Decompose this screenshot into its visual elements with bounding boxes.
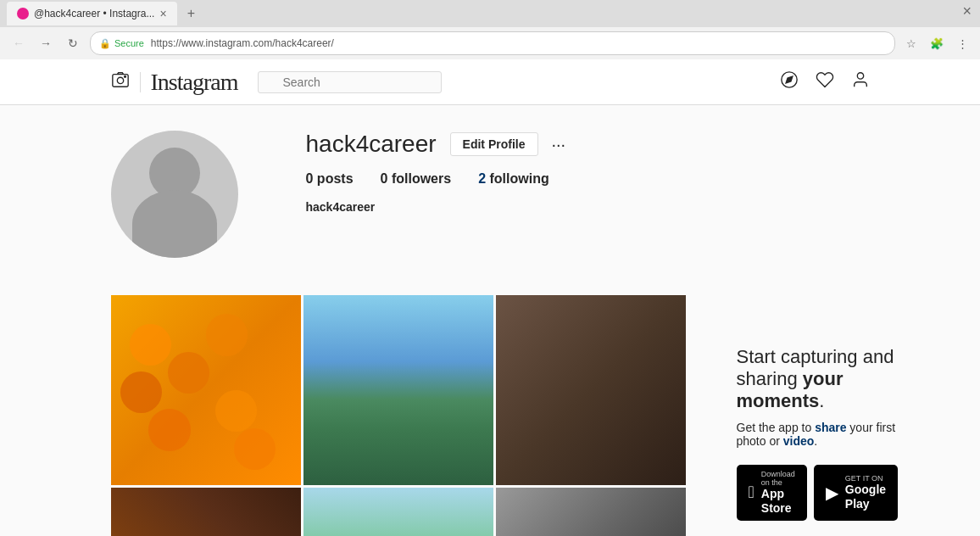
google-play-icon: ▶ [826,483,838,503]
avatar-body [132,190,217,258]
promo-title-end: . [819,390,824,411]
url-display: https://www.instagram.com/hack4career/ [151,37,334,49]
app-store-sub: Download on the [761,470,795,487]
reload-button[interactable]: ↻ [63,33,83,53]
svg-point-1 [117,77,123,83]
header-inner: Instagram 🔍 [94,69,887,96]
google-play-text: GET IT ON Google Play [845,474,886,511]
grid-cell-cactus[interactable] [303,488,493,536]
bio-text: hack4career [306,200,870,214]
profile-stats: 0 posts 0 followers 2 following [306,171,870,187]
google-play-button[interactable]: ▶ GET IT ON Google Play [814,465,898,521]
instagram-wordmark: Instagram [151,69,238,96]
address-bar[interactable]: 🔒 Secure https://www.instagram.com/hack4… [90,31,895,55]
tab-close-button[interactable]: × [159,7,166,20]
app-promo: Start capturing and sharing your moments… [737,295,899,521]
camera-icon [111,70,130,94]
browser-chrome: @hack4career • Instagra... × + ← → ↻ 🔒 S… [0,0,980,59]
promo-subtitle-start: Get the app to [737,421,816,434]
grid-cell-oranges[interactable] [111,295,301,485]
posts-count: 0 [306,171,314,186]
logo-area: Instagram [111,69,238,96]
avatar [111,131,238,258]
activity-icon[interactable] [816,70,834,93]
profile-top: hack4career Edit Profile ··· [306,131,870,158]
tab-favicon [17,8,29,20]
browser-toolbar: ← → ↻ 🔒 Secure https://www.instagram.com… [0,27,980,59]
apple-icon:  [749,483,754,502]
photo-grid [111,295,686,536]
url-domain: instagram.com/hack4career/ [206,37,334,49]
followers-label: followers [392,171,451,186]
promo-subtitle: Get the app to share your first photo or… [737,421,899,448]
search-wrapper: 🔍 [258,71,442,93]
google-play-sub: GET IT ON [845,474,886,483]
bookmark-button[interactable]: ☆ [902,34,921,53]
browser-tab-bar: @hack4career • Instagra... × + [0,0,980,27]
secure-lock-icon: 🔒 [99,38,111,49]
secure-label: Secure [114,38,144,48]
tab-title: @hack4career • Instagra... [34,8,154,20]
app-store-name: App Store [761,487,795,516]
following-count-link[interactable]: 2 [478,171,486,186]
username-display: hack4career [306,131,437,158]
app-store-button[interactable]:  Download on the App Store [737,465,807,521]
promo-subtitle-end: . [814,434,817,448]
content-area: Start capturing and sharing your moments… [111,295,870,536]
following-label: following [489,171,548,186]
svg-marker-4 [786,76,793,83]
url-protocol: https://www. [151,37,206,49]
grid-cell-baby[interactable] [496,488,686,536]
forward-button[interactable]: → [36,33,56,53]
grid-cell-coast[interactable] [303,295,493,485]
svg-point-2 [124,75,125,77]
avatar-inner [111,131,238,258]
profile-header: hack4career Edit Profile ··· 0 posts 0 f… [111,131,870,258]
grid-cell-texture[interactable] [111,488,301,536]
promo-share-link[interactable]: share [815,421,846,434]
explore-icon[interactable] [780,70,799,93]
app-store-text: Download on the App Store [761,470,795,516]
edit-profile-button[interactable]: Edit Profile [450,132,538,156]
profile-icon[interactable] [851,70,870,93]
nav-icons [780,70,870,93]
search-input[interactable] [258,71,442,93]
logo-divider [140,72,141,92]
menu-button[interactable]: ⋮ [953,34,972,53]
grid-cell-people[interactable] [496,295,686,485]
posts-label: posts [317,171,354,186]
extension-button[interactable]: 🧩 [927,34,946,53]
more-options-button[interactable]: ··· [552,135,566,154]
banner-close-button[interactable]: × [962,3,972,20]
followers-count: 0 [381,171,388,186]
following-count: 2 [478,171,486,186]
profile-info: hack4career Edit Profile ··· 0 posts 0 f… [306,131,870,214]
posts-stat: 0 posts [306,171,354,187]
followers-stat[interactable]: 0 followers [381,171,452,187]
main-content: hack4career Edit Profile ··· 0 posts 0 f… [94,105,887,536]
back-button[interactable]: ← [8,33,29,53]
store-buttons:  Download on the App Store ▶ GET IT ON … [737,465,899,521]
svg-point-5 [857,73,863,79]
following-stat[interactable]: 2 following [478,171,549,187]
new-tab-button[interactable]: + [181,6,202,21]
promo-video-link[interactable]: video [783,434,815,448]
google-play-name: Google Play [845,483,886,511]
instagram-header: Instagram 🔍 [0,59,980,105]
avatar-wrapper [111,131,238,258]
promo-title: Start capturing and sharing your moments… [737,346,899,412]
active-tab[interactable]: @hack4career • Instagra... × [7,2,177,25]
